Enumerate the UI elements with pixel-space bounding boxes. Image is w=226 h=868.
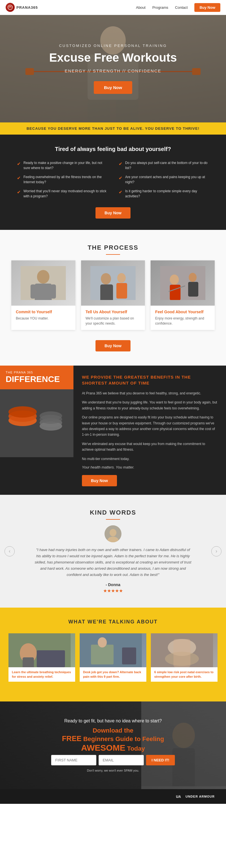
testimonial-stars: ★★★★★ — [17, 588, 209, 593]
svg-rect-7 — [88, 100, 110, 122]
blog-card-3-title: 6 simple low risk post natal exercises t… — [154, 670, 214, 679]
problems-grid: ✔ Ready to make a positive change in you… — [17, 160, 209, 199]
svg-point-20 — [170, 275, 179, 285]
header: PRANA365 About Programs Contact Buy Now — [0, 0, 226, 15]
process-card-1: Commit to Yourself Because YOU matter. — [11, 260, 75, 330]
problems-buy-now-button[interactable]: Buy Now — [95, 207, 131, 219]
logo: PRANA365 — [6, 3, 38, 12]
svg-point-34 — [109, 529, 117, 536]
hero-buy-now-button[interactable]: Buy Now — [94, 81, 132, 94]
svg-rect-16 — [100, 284, 113, 300]
check-icon-5: ✔ — [17, 189, 21, 196]
nav-programs[interactable]: Programs — [152, 5, 168, 10]
hero-subtitle: CUSTOMIZED ONLINE PERSONAL TRAINING — [49, 43, 177, 48]
problem-item-1: ✔ Ready to make a positive change in you… — [17, 160, 107, 170]
difference-para-4: We've eliminated any excuse that would k… — [82, 441, 218, 453]
svg-rect-13 — [51, 284, 56, 299]
difference-label-box: The PRANA 365 DIFFERENCE — [0, 366, 73, 389]
main-nav: About Programs Contact Buy Now — [136, 3, 220, 12]
cta-form: I NEED IT! — [51, 755, 175, 765]
svg-point-17 — [117, 273, 126, 283]
process-section: THE PROCESS Commit to Yourself Because Y… — [0, 230, 226, 366]
testimonial-quote: "I have had many injuries both on my own… — [34, 547, 192, 578]
problem-item-2: ✔ Do you always put self-care at the bot… — [119, 160, 209, 170]
blog-card-3-image — [151, 633, 218, 667]
difference-label-main: DIFFERENCE — [6, 374, 68, 384]
blog-card-1: Learn the ultimate breathing techniques … — [8, 633, 75, 682]
blog-card-3: 6 simple low risk post natal exercises t… — [151, 633, 218, 682]
testimonial-author: - Donna — [17, 583, 209, 587]
cta-title-line1: Download the — [93, 727, 133, 734]
svg-rect-11 — [35, 284, 52, 300]
difference-para-3: Our online programs are designed to easi… — [82, 414, 218, 438]
svg-rect-47 — [173, 639, 190, 667]
problems-section: Tired of always feeling bad about yourse… — [0, 134, 226, 230]
difference-signature: Your health matters. You matter. — [82, 465, 218, 469]
cta-submit-button[interactable]: I NEED IT! — [146, 755, 175, 765]
svg-point-15 — [101, 273, 111, 284]
process-card-3-desc: Enjoy more energy, strength and confiden… — [155, 316, 210, 326]
problem-text-4: Are your constant aches and pains keepin… — [125, 175, 209, 185]
difference-label-top: The PRANA 365 — [6, 371, 68, 374]
cta-first-name-input[interactable] — [51, 755, 96, 765]
process-card-2-body: Tell Us About Yourself We'll customize a… — [81, 306, 145, 330]
svg-rect-6 — [192, 68, 201, 75]
process-card-3-image — [151, 260, 215, 306]
difference-section: The PRANA 365 DIFFERENCE WE PROVIDE THE … — [0, 366, 226, 495]
process-card-2-image — [81, 260, 145, 306]
process-card-1-image — [11, 260, 75, 306]
testimonials-divider — [106, 519, 120, 520]
cta-top-text: Ready to get fit, but have no idea where… — [51, 718, 175, 723]
difference-right-title: WE PROVIDE THE GREATEST BENEFITS IN THE … — [82, 374, 218, 386]
blog-card-3-body: 6 simple low risk post natal exercises t… — [151, 667, 218, 682]
svg-rect-50 — [172, 748, 195, 786]
footer-ua-branding: UA UNDER ARMOUR — [175, 794, 215, 799]
nav-contact[interactable]: Contact — [175, 5, 188, 10]
difference-para-5: No multi-tier commitment today. — [82, 456, 218, 462]
problem-item-5: ✔ Worried that you'll never stay motivat… — [17, 189, 107, 199]
svg-rect-21 — [170, 285, 181, 300]
svg-rect-38 — [23, 657, 34, 667]
logo-text: PRANA365 — [17, 5, 38, 10]
hero-content: CUSTOMIZED ONLINE PERSONAL TRAINING Excu… — [49, 43, 177, 94]
cta-title-awesome: AWESOME — [81, 743, 125, 752]
blog-card-2-image — [80, 633, 146, 667]
svg-rect-19 — [160, 266, 205, 300]
cta-title-line2: Beginners Guide to Feeling — [83, 735, 164, 742]
yellow-banner-text: BECAUSE YOU DESERVE MORE THAN JUST TO BE… — [27, 126, 199, 131]
difference-buy-now-button[interactable]: Buy Now — [82, 475, 117, 486]
problem-text-5: Worried that you'll never stay motivated… — [24, 189, 107, 199]
process-cards: Commit to Yourself Because YOU matter. T… — [11, 260, 215, 330]
check-icon-3: ✔ — [17, 175, 21, 182]
difference-right: WE PROVIDE THE GREATEST BENEFITS IN THE … — [73, 366, 226, 495]
hero-title: Excuse Free Workouts — [49, 51, 177, 64]
testimonial-next-button[interactable]: › — [211, 546, 222, 556]
check-icon-6: ✔ — [119, 189, 122, 196]
logo-icon — [6, 3, 15, 12]
cta-section: Ready to get fit, but have no idea where… — [0, 702, 226, 789]
process-card-3-body: Feel Good About Yourself Enjoy more ener… — [151, 306, 215, 330]
nav-about[interactable]: About — [136, 5, 146, 10]
cta-title: Download the FREE Beginners Guide to Fee… — [51, 727, 175, 753]
svg-point-49 — [172, 723, 195, 748]
difference-cta-container: Buy Now — [82, 475, 218, 486]
svg-rect-18 — [117, 283, 127, 299]
problems-cta-container: Buy Now — [17, 207, 209, 219]
svg-rect-12 — [31, 284, 36, 299]
process-card-1-body: Commit to Yourself Because YOU matter. — [11, 306, 75, 325]
svg-point-28 — [8, 406, 37, 417]
ua-text: UNDER ARMOUR — [186, 795, 215, 798]
process-cta-container: Buy Now — [11, 340, 215, 351]
cta-email-input[interactable] — [99, 755, 144, 765]
talking-title: WHAT WE'RE TALKING ABOUT — [8, 619, 218, 625]
problem-item-3: ✔ Feeling overwhelmed by all the fitness… — [17, 175, 107, 185]
ua-logo-icon: UA — [175, 794, 184, 799]
process-card-2-title: Tell Us About Yourself — [86, 310, 141, 314]
header-buy-now-button[interactable]: Buy Now — [194, 3, 220, 12]
testimonial-prev-button[interactable]: ‹ — [4, 546, 15, 556]
process-buy-now-button[interactable]: Buy Now — [95, 340, 131, 351]
hero-tagline: ENERGY // STRENGTH // CONFIDENCE — [49, 68, 177, 73]
blog-card-1-image — [8, 633, 75, 667]
cta-title-free: FREE — [62, 734, 82, 743]
problems-title: Tired of always feeling bad about yourse… — [17, 146, 209, 152]
